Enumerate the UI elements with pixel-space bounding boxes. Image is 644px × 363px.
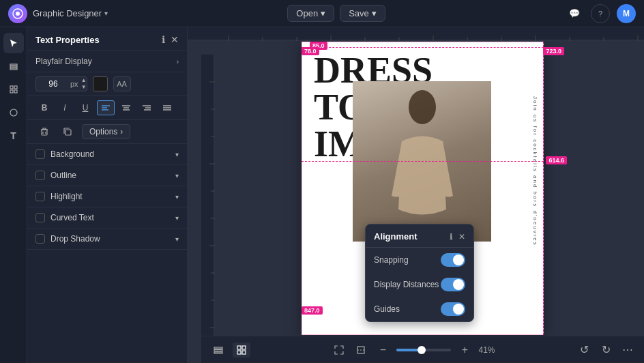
font-size-arrows: ▲ ▼ <box>81 77 87 90</box>
curved-text-row[interactable]: Curved Text ▾ <box>27 207 187 229</box>
redo-button[interactable]: ↻ <box>598 342 614 358</box>
more-options-button[interactable]: ⋯ <box>619 342 636 358</box>
canvas-area: 85.0 78.0 723.0 614.6 847.0 <box>188 27 644 363</box>
drop-shadow-left: Drop Shadow <box>35 234 100 244</box>
drop-shadow-row[interactable]: Drop Shadow ▾ <box>27 229 187 250</box>
measure-left: 78.0 <box>302 47 319 55</box>
svg-point-54 <box>409 90 436 124</box>
outline-label: Outline <box>50 171 76 180</box>
panel-header-icons: ℹ ✕ <box>162 34 179 45</box>
popup-info-icon[interactable]: ℹ <box>450 232 453 242</box>
side-panel: Text Properties ℹ ✕ Playfair Display › p… <box>27 27 188 363</box>
bold-button[interactable]: B <box>35 100 53 115</box>
panel-info-icon[interactable]: ℹ <box>162 34 165 45</box>
curved-text-label: Curved Text <box>50 213 94 222</box>
curved-text-chevron-icon: ▾ <box>175 214 179 222</box>
canvas-sidebar-text: Join us for cocktails and hors d'oeuvres <box>532 96 538 246</box>
duplicate-button[interactable] <box>59 124 76 139</box>
distances-toggle-thumb <box>453 279 464 290</box>
svg-rect-59 <box>242 346 246 349</box>
svg-rect-4 <box>10 68 17 70</box>
zoom-out-button[interactable]: − <box>375 342 391 358</box>
app-name-dropdown[interactable]: Graphic Designer ▾ <box>33 8 108 18</box>
bottom-bar: − + 41% ↺ ↻ ⋯ <box>201 336 644 363</box>
options-row: Options › <box>27 120 187 144</box>
italic-button[interactable]: I <box>56 100 74 115</box>
fit-canvas-button[interactable] <box>331 342 347 358</box>
measure-right: 723.0 <box>543 47 564 55</box>
svg-rect-58 <box>237 346 241 349</box>
open-button[interactable]: Open ▾ <box>287 5 334 22</box>
distances-toggle[interactable] <box>441 278 465 291</box>
highlight-chevron-icon: ▾ <box>175 193 179 201</box>
popup-close-icon[interactable]: ✕ <box>458 232 465 242</box>
drop-shadow-label: Drop Shadow <box>50 234 100 244</box>
panel-title: Text Properties <box>35 35 100 45</box>
svg-rect-22 <box>42 130 47 135</box>
measure-bottom: 847.0 <box>302 306 323 315</box>
align-center-button[interactable] <box>117 100 135 115</box>
svg-rect-60 <box>237 351 241 354</box>
align-left-button[interactable] <box>97 100 115 115</box>
outline-checkbox[interactable] <box>35 171 45 180</box>
delete-button[interactable] <box>35 124 53 139</box>
snapping-toggle[interactable] <box>441 253 465 267</box>
guides-row: Guides <box>366 297 473 321</box>
user-avatar[interactable]: M <box>617 4 636 23</box>
highlight-row[interactable]: Highlight ▾ <box>27 186 187 207</box>
app-logo[interactable] <box>8 4 27 23</box>
undo-button[interactable]: ↺ <box>576 342 592 358</box>
resize-canvas-button[interactable] <box>353 342 369 358</box>
save-button[interactable]: Save ▾ <box>340 5 385 22</box>
options-chevron-icon: › <box>120 127 123 136</box>
underline-button[interactable]: U <box>76 100 94 115</box>
layers-view-button[interactable] <box>209 343 227 358</box>
font-selector[interactable]: Playfair Display › <box>27 51 187 72</box>
canvas-scroll[interactable]: 85.0 78.0 723.0 614.6 847.0 <box>201 41 644 336</box>
background-label: Background <box>50 149 94 159</box>
panel-close-icon[interactable]: ✕ <box>171 34 179 45</box>
snapping-row: Snapping <box>366 248 473 272</box>
guides-label: Guides <box>374 304 400 314</box>
highlight-checkbox[interactable] <box>35 192 45 201</box>
outline-left: Outline <box>35 171 76 180</box>
svg-rect-55 <box>214 347 222 349</box>
layers-tool[interactable] <box>3 56 24 76</box>
align-right-button[interactable] <box>138 100 156 115</box>
svg-point-9 <box>10 109 17 116</box>
bottom-center: − + 41% <box>331 342 495 358</box>
popup-header-icons: ℹ ✕ <box>450 232 465 242</box>
curved-text-checkbox[interactable] <box>35 213 45 222</box>
font-size-up[interactable]: ▲ <box>81 77 87 84</box>
font-size-down[interactable]: ▼ <box>81 84 87 91</box>
distances-label: Display Distances <box>374 280 439 289</box>
svg-rect-7 <box>10 90 13 93</box>
outline-row[interactable]: Outline ▾ <box>27 165 187 186</box>
bottom-left <box>209 343 250 358</box>
font-color-swatch[interactable] <box>93 76 108 91</box>
align-justify-button[interactable] <box>158 100 176 115</box>
drop-shadow-checkbox[interactable] <box>35 234 45 244</box>
options-button[interactable]: Options › <box>82 124 130 139</box>
chat-icon[interactable]: 💬 <box>565 4 584 23</box>
background-checkbox[interactable] <box>35 149 45 159</box>
guides-toggle[interactable] <box>441 302 465 316</box>
background-left: Background <box>35 149 94 159</box>
svg-rect-61 <box>242 351 246 354</box>
elements-tool[interactable] <box>3 79 24 100</box>
shapes-tool[interactable] <box>3 102 24 123</box>
topbar-left: Graphic Designer ▾ <box>8 4 108 23</box>
guide-line-mid <box>302 161 544 162</box>
text-case-button[interactable]: AA <box>113 76 131 91</box>
grid-view-button[interactable] <box>233 343 250 358</box>
popup-title: Alignment <box>374 231 418 242</box>
zoom-slider[interactable] <box>396 349 451 351</box>
cursor-tool[interactable] <box>3 33 24 53</box>
font-size-row: px ▲ ▼ AA <box>27 72 187 96</box>
background-row[interactable]: Background ▾ <box>27 144 187 165</box>
help-icon[interactable]: ? <box>591 4 610 23</box>
font-size-input[interactable] <box>36 77 70 91</box>
zoom-in-button[interactable]: + <box>456 342 473 358</box>
panel-header: Text Properties ℹ ✕ <box>27 27 187 51</box>
text-tool[interactable]: T <box>3 126 24 146</box>
